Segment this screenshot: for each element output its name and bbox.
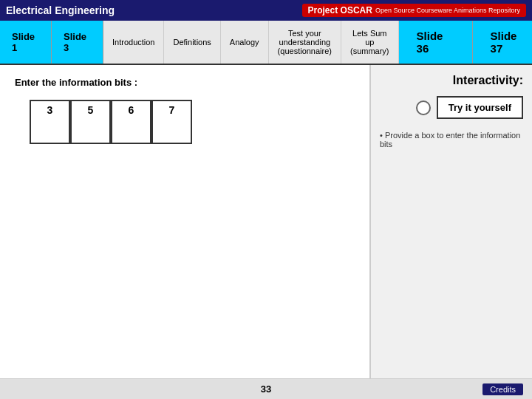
slide36-btn[interactable]: Slide 36 xyxy=(399,21,473,64)
tab-introduction[interactable]: Introduction xyxy=(103,21,164,64)
slide1-label: Slide xyxy=(12,31,39,42)
slide36-label: Slide xyxy=(417,30,454,42)
slide37-label: Slide xyxy=(491,30,528,42)
slide37-btn[interactable]: Slide 37 xyxy=(473,21,532,64)
tab-sum[interactable]: Lets Sum up (summary) xyxy=(341,21,399,64)
page-number: 33 xyxy=(261,383,271,395)
slide3-num: 3 xyxy=(64,42,91,53)
project-oscar-badge: Project OSCAR Open Source Courseware Ani… xyxy=(302,4,526,17)
slide3-label: Slide xyxy=(64,31,91,42)
try-it-label: Try it yourself xyxy=(449,102,511,113)
header: Electrical Engineering Project OSCAR Ope… xyxy=(0,0,532,21)
slide36-num: 36 xyxy=(417,42,454,55)
content-area: Enter the information bits : 3 5 6 7 xyxy=(0,65,369,390)
interactivity-title: Interactivity: xyxy=(380,74,523,87)
content-title: Enter the information bits : xyxy=(15,77,355,88)
try-it-button[interactable]: Try it yourself xyxy=(437,96,523,119)
try-it-row: Try it yourself xyxy=(380,96,523,119)
bit-cell-2[interactable]: 6 xyxy=(111,100,151,144)
badge-text: Project OSCAR xyxy=(308,5,372,16)
credits-button[interactable]: Credits xyxy=(482,383,523,395)
main-area: Enter the information bits : 3 5 6 7 Int… xyxy=(0,65,532,390)
slide37-num: 37 xyxy=(491,42,528,55)
tab-analogy[interactable]: Analogy xyxy=(221,21,269,64)
tab-definitions[interactable]: Definitions xyxy=(164,21,220,64)
badge-subtitle: Open Source Courseware Animations Reposi… xyxy=(375,7,520,14)
bullet-description: • Provide a box to enter the information… xyxy=(380,131,523,149)
sidebar: Interactivity: Try it yourself • Provide… xyxy=(369,65,532,390)
footer: 33 Credits xyxy=(0,378,532,399)
bit-cell-1[interactable]: 5 xyxy=(70,100,111,144)
header-title: Electrical Engineering xyxy=(6,4,115,16)
slide3-btn[interactable]: Slide 3 xyxy=(52,21,103,64)
slide1-num: 1 xyxy=(12,42,39,53)
bit-cell-3[interactable]: 7 xyxy=(151,100,192,144)
nav-tabs-container: Introduction Definitions Analogy Test yo… xyxy=(103,21,399,64)
info-bits-grid: 3 5 6 7 xyxy=(30,100,355,144)
tab-test[interactable]: Test your understanding (questionnaire) xyxy=(269,21,341,64)
slide-nav: Slide 1 Slide 3 Introduction Definitions… xyxy=(0,21,532,65)
circle-indicator xyxy=(416,100,431,115)
bit-cell-0[interactable]: 3 xyxy=(30,100,70,144)
slide1-btn[interactable]: Slide 1 xyxy=(0,21,52,64)
